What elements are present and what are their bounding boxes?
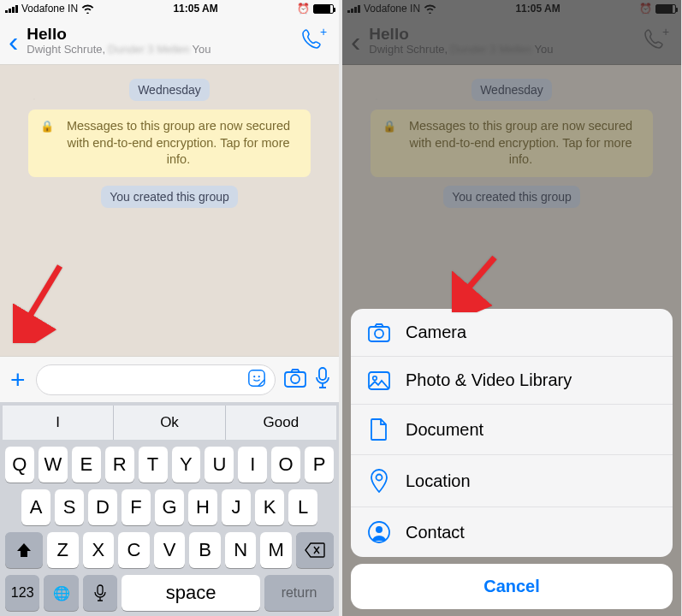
key-m[interactable]: M [260, 532, 292, 568]
mic-button[interactable] [315, 367, 330, 393]
phone-left: Vodafone IN 11:05 AM ⏰ ‹ Hello Dwight Sc… [0, 0, 339, 616]
key-row-2: A S D F G H J K L [3, 489, 336, 525]
sheet-item-label: Location [406, 471, 471, 491]
key-backspace[interactable] [296, 532, 334, 568]
message-input-wrap[interactable] [36, 364, 276, 395]
sheet-item-camera[interactable]: Camera [351, 309, 673, 357]
key-a[interactable]: A [21, 489, 50, 525]
svg-point-3 [253, 376, 255, 377]
status-bar: Vodafone IN 11:05 AM ⏰ [0, 0, 339, 17]
back-button[interactable]: ‹ [9, 27, 27, 56]
key-w[interactable]: W [39, 447, 68, 483]
chat-title-block[interactable]: Hello Dwight Schrute, Dunder 3 Mellen Yo… [27, 25, 298, 56]
chat-area[interactable]: Wednesday 🔒 Messages to this group are n… [0, 65, 339, 356]
chat-subtitle: Dwight Schrute, Dunder 3 Mellen You [27, 44, 298, 56]
alarm-icon: ⏰ [297, 3, 310, 15]
call-button[interactable]: + [298, 24, 330, 58]
key-c[interactable]: C [118, 532, 150, 568]
svg-line-1 [25, 266, 60, 324]
key-u[interactable]: U [205, 447, 234, 483]
chat-title: Hello [27, 25, 298, 44]
key-return[interactable]: return [264, 575, 334, 611]
svg-point-14 [373, 376, 377, 380]
sheet-item-document[interactable]: Document [351, 405, 673, 455]
svg-point-17 [376, 526, 383, 533]
key-dictate[interactable] [83, 575, 117, 611]
key-o[interactable]: O [271, 447, 300, 483]
key-b[interactable]: B [189, 532, 221, 568]
key-i[interactable]: I [238, 447, 267, 483]
key-g[interactable]: G [155, 489, 184, 525]
prediction-1[interactable]: I [3, 406, 113, 440]
sheet-item-location[interactable]: Location [351, 455, 673, 507]
prediction-2[interactable]: Ok [113, 406, 224, 440]
battery-icon [313, 4, 334, 14]
encryption-notice[interactable]: 🔒 Messages to this group are now secured… [28, 110, 311, 177]
key-t[interactable]: T [139, 447, 168, 483]
message-input[interactable] [45, 372, 242, 388]
svg-text:+: + [320, 27, 327, 38]
key-q[interactable]: Q [5, 447, 34, 483]
document-icon [368, 418, 390, 441]
sheet-item-label: Document [406, 420, 483, 440]
camera-button[interactable] [284, 369, 306, 391]
key-row-4: 123 🌐 space return [3, 575, 336, 611]
key-n[interactable]: N [225, 532, 257, 568]
sticker-icon[interactable] [247, 369, 266, 391]
svg-point-4 [258, 376, 260, 377]
chat-header: ‹ Hello Dwight Schrute, Dunder 3 Mellen … [0, 17, 339, 65]
sheet-item-photo-library[interactable]: Photo & Video Library [351, 357, 673, 405]
svg-point-15 [377, 475, 383, 481]
input-bar: + [0, 356, 339, 402]
key-v[interactable]: V [154, 532, 186, 568]
predictions-row: I Ok Good [3, 406, 336, 440]
key-space[interactable]: space [122, 575, 260, 611]
svg-point-6 [291, 375, 299, 383]
signal-icon [5, 4, 18, 13]
key-k[interactable]: K [255, 489, 284, 525]
key-p[interactable]: P [305, 447, 334, 483]
created-pill: You created this group [101, 186, 238, 208]
sheet-item-label: Photo & Video Library [406, 370, 572, 390]
key-f[interactable]: F [122, 489, 151, 525]
contact-icon [368, 521, 390, 543]
status-time: 11:05 AM [173, 3, 217, 15]
action-sheet: Camera Photo & Video Library Document Lo… [351, 309, 673, 609]
svg-rect-8 [98, 585, 103, 595]
svg-rect-7 [319, 368, 326, 380]
key-s[interactable]: S [55, 489, 84, 525]
key-emoji[interactable]: 🌐 [44, 575, 78, 611]
photo-icon [368, 371, 390, 390]
phone-right: Vodafone IN 11:05 AM ⏰ ‹ Hello Dwight Sc… [342, 0, 681, 616]
key-row-1: Q W E R T Y U I O P [3, 447, 336, 483]
action-sheet-list: Camera Photo & Video Library Document Lo… [351, 309, 673, 557]
key-j[interactable]: J [222, 489, 251, 525]
key-r[interactable]: R [105, 447, 134, 483]
sheet-item-label: Contact [406, 523, 465, 542]
key-e[interactable]: E [72, 447, 101, 483]
key-shift[interactable] [5, 532, 43, 568]
location-icon [368, 469, 390, 493]
keyboard: I Ok Good Q W E R T Y U I O P A S D F G … [0, 402, 339, 616]
key-123[interactable]: 123 [5, 575, 39, 611]
date-pill: Wednesday [129, 79, 210, 101]
wifi-icon [81, 4, 94, 14]
attach-button[interactable]: + [9, 365, 27, 394]
prediction-3[interactable]: Good [225, 406, 336, 440]
svg-point-12 [375, 329, 383, 338]
key-l[interactable]: L [288, 489, 317, 525]
sheet-item-contact[interactable]: Contact [351, 507, 673, 557]
camera-icon [368, 323, 390, 342]
annotation-arrow-left [13, 258, 73, 346]
key-h[interactable]: H [188, 489, 217, 525]
key-d[interactable]: D [88, 489, 117, 525]
key-x[interactable]: X [83, 532, 115, 568]
svg-rect-2 [249, 370, 264, 385]
sheet-cancel-button[interactable]: Cancel [351, 564, 673, 609]
key-z[interactable]: Z [47, 532, 79, 568]
carrier-label: Vodafone IN [21, 3, 78, 15]
key-row-3: Z X C V B N M [3, 532, 336, 568]
key-y[interactable]: Y [172, 447, 201, 483]
lock-icon: 🔒 [40, 118, 54, 135]
sheet-item-label: Camera [406, 323, 466, 342]
